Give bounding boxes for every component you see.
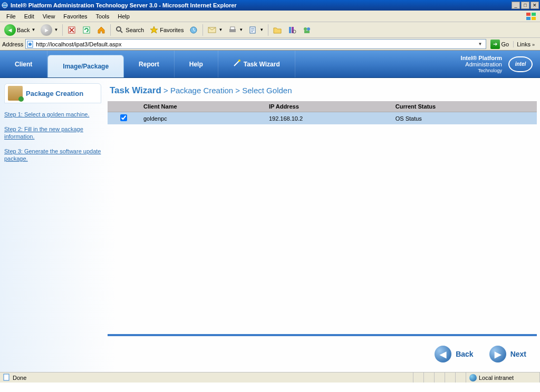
folder-button[interactable]	[271, 24, 284, 36]
step3-link[interactable]: Step 3: Generate the software update pac…	[4, 148, 101, 162]
globe-icon	[469, 374, 477, 381]
back-button[interactable]: ◄ Back ▼	[2, 23, 37, 37]
forward-button[interactable]: ► ▼	[38, 23, 60, 37]
package-icon	[8, 86, 23, 101]
print-button[interactable]: ▼	[226, 24, 245, 36]
sidebar: Package Creation Step 1: Select a golden…	[0, 78, 105, 372]
row-checkbox[interactable]	[120, 114, 127, 121]
status-cell	[456, 373, 466, 383]
star-icon	[149, 25, 159, 35]
th-ip-address[interactable]: IP Address	[265, 101, 391, 112]
status-zone: Local intranet	[466, 373, 540, 383]
breadcrumb-sep: >	[163, 86, 170, 95]
tab-help[interactable]: Help	[175, 51, 218, 77]
stop-button[interactable]	[65, 24, 79, 36]
research-button[interactable]	[285, 24, 299, 36]
print-icon	[228, 25, 237, 35]
app-nav: Client Image/Package Report Help Task Wi…	[0, 51, 540, 78]
cell-current-status: OS Status	[391, 112, 537, 125]
separator	[202, 24, 203, 36]
table-row[interactable]: goldenpc 192.168.10.2 OS Status	[108, 112, 537, 125]
menu-view[interactable]: View	[38, 12, 60, 21]
links-button[interactable]: Links »	[513, 41, 538, 47]
favorites-button[interactable]: Favorites	[147, 24, 186, 36]
stop-icon	[67, 25, 76, 35]
step2-link[interactable]: Step 2: Fill in the new package informat…	[4, 125, 101, 140]
refresh-icon	[82, 25, 91, 35]
svg-rect-1	[526, 13, 531, 16]
search-button[interactable]: Search	[113, 24, 146, 36]
url-input[interactable]	[36, 40, 476, 48]
edit-button[interactable]: ▼	[246, 24, 266, 36]
status-cell	[413, 373, 424, 383]
chevron-down-icon: ▼	[54, 27, 58, 32]
wizard-next-button[interactable]: ▶ Next	[489, 346, 526, 362]
branding: Intel® Platform Administration Technolog…	[461, 51, 540, 77]
tab-report[interactable]: Report	[124, 51, 175, 77]
messenger-icon	[302, 25, 312, 35]
cell-client-name: goldenpc	[139, 112, 265, 125]
chevron-down-icon: ▼	[259, 27, 264, 32]
tab-task-wizard[interactable]: Task Wizard	[218, 51, 295, 77]
home-button[interactable]	[94, 24, 108, 36]
url-box[interactable]: ▼	[25, 39, 486, 49]
history-icon	[189, 25, 198, 35]
maximize-button[interactable]: □	[521, 2, 529, 9]
menu-tools[interactable]: Tools	[92, 12, 114, 21]
svg-rect-22	[4, 374, 9, 380]
chevron-down-icon: ▼	[239, 27, 243, 32]
wizard-back-button[interactable]: ◀ Back	[435, 346, 473, 362]
main-content: Task Wizard > Package Creation > Select …	[105, 78, 540, 372]
th-checkbox	[108, 101, 139, 112]
menu-help[interactable]: Help	[113, 12, 134, 21]
page-icon	[3, 374, 11, 382]
go-icon: ➔	[490, 40, 500, 49]
svg-rect-6	[83, 27, 90, 33]
breadcrumb: Task Wizard > Package Creation > Select …	[108, 82, 537, 101]
th-client-name[interactable]: Client Name	[139, 101, 265, 112]
cell-ip-address: 192.168.10.2	[265, 112, 391, 125]
minimize-button[interactable]: _	[512, 2, 520, 9]
breadcrumb-p1: Package Creation	[170, 86, 233, 95]
go-button[interactable]: ➔ Go	[488, 40, 512, 49]
refresh-button[interactable]	[80, 24, 93, 36]
sidebar-title: Package Creation	[4, 83, 101, 103]
svg-rect-13	[289, 27, 291, 33]
messenger-button[interactable]	[300, 24, 314, 36]
address-label: Address	[2, 41, 23, 47]
back-icon: ◄	[4, 24, 16, 36]
home-icon	[97, 25, 106, 35]
tab-client[interactable]: Client	[0, 51, 47, 77]
svg-point-16	[304, 27, 307, 31]
address-bar: Address ▼ ➔ Go Links »	[0, 38, 540, 51]
brand-text: Intel® Platform Administration Technolog…	[461, 55, 502, 74]
chevron-right-icon: »	[532, 42, 535, 47]
links-label: Links	[517, 41, 531, 47]
tab-image-package[interactable]: Image/Package	[47, 55, 124, 77]
mail-icon	[207, 25, 217, 35]
history-button[interactable]	[187, 24, 200, 36]
breadcrumb-p2: Select Golden	[242, 86, 292, 95]
go-label: Go	[502, 41, 509, 47]
wand-icon	[233, 60, 240, 68]
status-zone-text: Local intranet	[479, 375, 514, 381]
chevron-down-icon: ▼	[218, 27, 223, 32]
browser-toolbar: ◄ Back ▼ ► ▼ Search Favorites ▼ ▼ ▼	[0, 22, 540, 38]
menu-edit[interactable]: Edit	[20, 12, 38, 21]
client-table: Client Name IP Address Current Status go…	[108, 101, 537, 124]
window-titlebar: Intel® Platform Administration Technolog…	[0, 0, 540, 11]
th-current-status[interactable]: Current Status	[391, 101, 537, 112]
close-button[interactable]: ✕	[531, 2, 539, 9]
windows-flag-icon	[524, 12, 538, 21]
svg-point-17	[307, 27, 310, 31]
url-dropdown[interactable]: ▼	[476, 42, 485, 46]
page-icon	[27, 41, 34, 48]
menu-file[interactable]: File	[2, 12, 20, 21]
menu-favorites[interactable]: Favorites	[59, 12, 91, 21]
window-buttons: _ □ ✕	[512, 2, 539, 9]
app-body: Package Creation Step 1: Select a golden…	[0, 78, 540, 372]
mail-button[interactable]: ▼	[205, 24, 225, 36]
status-cell	[435, 373, 445, 383]
status-bar: Done Local intranet	[0, 372, 540, 383]
step1-link[interactable]: Step 1: Select a golden machine.	[4, 111, 101, 118]
